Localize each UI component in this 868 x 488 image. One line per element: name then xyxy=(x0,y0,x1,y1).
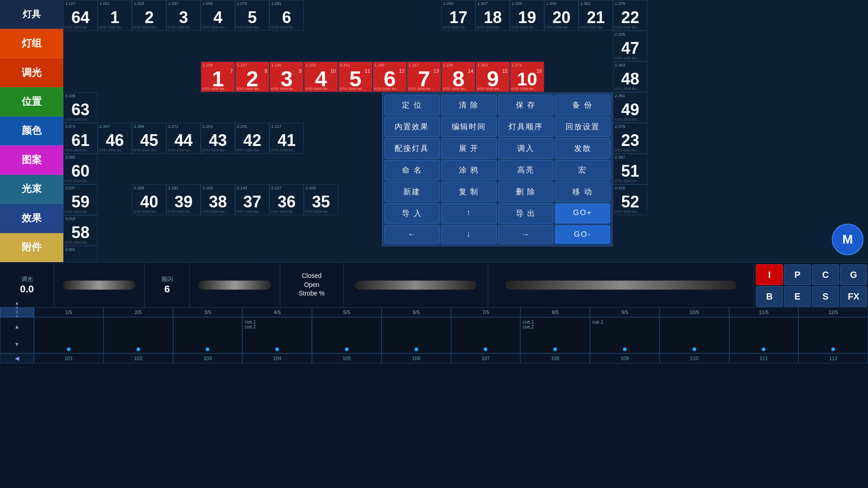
ctx-btn-macro[interactable]: 宏 xyxy=(555,160,610,180)
ctx-btn-rename[interactable]: 命 名 xyxy=(384,160,440,180)
sidebar-item-lights[interactable]: 灯具 xyxy=(0,0,63,29)
bn-cell-105[interactable]: 105 xyxy=(312,353,382,363)
fixture-cell-48[interactable]: 2.343 48 GTD-330II Be... xyxy=(613,61,647,92)
sidebar-item-position[interactable]: 位置 xyxy=(0,87,63,116)
ctx-btn-clear[interactable]: 清 除 xyxy=(441,95,497,115)
fixture-cell-r6[interactable]: 1.199 12 6 GTD-330II Be... xyxy=(373,61,407,92)
pb-btn-FX[interactable]: FX xyxy=(840,286,867,307)
fixture-cell-37[interactable]: 2.145 37 GTD-330II Be... xyxy=(235,184,269,215)
pb-btn-P[interactable]: P xyxy=(784,264,811,285)
dimmer-slider[interactable] xyxy=(54,263,145,307)
cue-cell-112[interactable] xyxy=(798,317,868,353)
fixture-cell-64[interactable]: 3.127 64 GTD-330II Be... xyxy=(63,0,98,31)
ctx-btn-move[interactable]: 移 动 xyxy=(555,182,610,202)
cue-nav-left[interactable]: ▲ ▼ xyxy=(0,317,34,353)
fixture-cell-44[interactable]: 2.271 44 GTD-330II Be... xyxy=(166,123,201,154)
pb-btn-S[interactable]: S xyxy=(812,286,839,307)
bn-cell-104[interactable]: 104 xyxy=(242,353,312,363)
page-5-5[interactable]: 5/5 xyxy=(312,307,382,317)
fixture-cell-21[interactable]: 1.361 21 GTD-330II Be... xyxy=(579,0,613,31)
ctx-btn-draw[interactable]: 涂 鸦 xyxy=(441,160,497,180)
fixture-cell-38[interactable]: 2.163 38 GTD-330II Be... xyxy=(201,184,235,215)
fixture-cell-17[interactable]: 1.289 17 GTD-330II Be... xyxy=(441,0,476,31)
extra-slider[interactable] xyxy=(488,263,754,307)
ctx-btn-right[interactable]: → xyxy=(498,225,554,244)
bn-cell-112[interactable]: 112 xyxy=(798,353,868,363)
fixture-cell-18[interactable]: 1.307 18 GTD-330II Be... xyxy=(476,0,510,31)
fixture-cell-20[interactable]: 1.343 20 GTD-330II Be... xyxy=(544,0,579,31)
cue-cell-107[interactable] xyxy=(451,317,521,353)
fixture-cell-r5[interactable]: 1.181 11 5 GTD-330II Be... xyxy=(338,61,373,92)
sidebar-item-accessory[interactable]: 附件 xyxy=(0,233,63,262)
m-button[interactable]: M xyxy=(832,224,863,255)
ctx-btn-go-plus[interactable]: GO+ xyxy=(555,203,610,224)
bn-cell-108[interactable]: 108 xyxy=(520,353,590,363)
fixture-cell-36[interactable]: 2.127 36 GTD-330II Be... xyxy=(269,184,304,215)
ctx-btn-highlight[interactable]: 高亮 xyxy=(498,160,554,180)
ctx-btn-position[interactable]: 定 位 xyxy=(384,95,440,115)
pb-btn-I[interactable]: I xyxy=(756,264,783,285)
ctx-btn-go-minus[interactable]: GO- xyxy=(555,225,610,244)
ctx-btn-copy[interactable]: 复 制 xyxy=(441,182,497,202)
fixture-cell-r7[interactable]: 1.217 13 7 GTD-330II Be... xyxy=(407,61,441,92)
page-nav-up[interactable]: ▲ 4 5 6 ▼ xyxy=(0,307,34,317)
fixture-cell-52[interactable]: 2.415 52 GTD-330II Be... xyxy=(613,184,647,215)
fixture-cell-23[interactable]: 2.379 23 GTD-330II Be... xyxy=(613,123,647,154)
cue-cell-111[interactable] xyxy=(729,317,799,353)
fixture-cell-r3[interactable]: 1.145 9 3 GTD-330II Be... xyxy=(269,61,304,92)
fixture-cell-61[interactable]: 3.073 61 GTD-330II Be... xyxy=(63,123,98,154)
fixture-cell-58[interactable]: 3.019 58 GTD-330II Be... xyxy=(63,215,98,246)
cue-cell-105[interactable] xyxy=(312,317,382,353)
page-1-5[interactable]: 1/5 xyxy=(34,307,104,317)
bn-nav-left[interactable]: ◀ xyxy=(0,353,34,363)
page-2-5[interactable]: 2/5 xyxy=(104,307,173,317)
fixture-cell-22[interactable]: 1.379 22 GTD-330II Be... xyxy=(613,0,647,31)
page-3-5[interactable]: 3/5 xyxy=(173,307,243,317)
ctx-btn-left[interactable]: ← xyxy=(384,225,440,244)
page-4-5[interactable]: 4/5 xyxy=(242,307,312,317)
fixture-cell-4[interactable]: 1.055 4 GTD-330II Be... xyxy=(201,0,235,31)
ctx-btn-playback-settings[interactable]: 回放设置 xyxy=(555,117,610,137)
fixture-cell-43[interactable]: 2.253 43 GTD-330II Be... xyxy=(201,123,235,154)
fixture-cell-46[interactable]: 2.307 46 GTD-330II Be... xyxy=(98,123,132,154)
bn-cell-103[interactable]: 103 xyxy=(173,353,243,363)
cue-cell-110[interactable] xyxy=(660,317,729,353)
page-10-5[interactable]: 10/5 xyxy=(660,307,729,317)
page-6-5[interactable]: 6/5 xyxy=(382,307,451,317)
fixture-cell-19[interactable]: 1.325 19 GTD-330II Be... xyxy=(510,0,544,31)
bn-cell-111[interactable]: 111 xyxy=(729,353,799,363)
page-7-5[interactable]: 7/5 xyxy=(451,307,521,317)
page-12-5[interactable]: 12/5 xyxy=(798,307,868,317)
cue-cell-103[interactable] xyxy=(173,317,243,353)
fixture-cell-1[interactable]: 1.001 1 GTD-330II Be... xyxy=(98,0,132,31)
fixture-cell-6[interactable]: 1.091 6 GTD-330II Be... xyxy=(269,0,304,31)
cue-cell-108[interactable]: cue,1 cue,2 xyxy=(520,317,590,353)
bn-cell-107[interactable]: 107 xyxy=(451,353,521,363)
fixture-cell-addr[interactable]: 3.001 xyxy=(63,246,98,262)
sidebar-item-group[interactable]: 灯组 xyxy=(0,29,63,58)
ctx-btn-recall[interactable]: 调入 xyxy=(498,138,554,159)
page-11-5[interactable]: 11/5 xyxy=(729,307,799,317)
fixture-cell-r8[interactable]: 1.235 14 8 GTD-330II Be... xyxy=(441,61,476,92)
ctx-btn-expand[interactable]: 展 开 xyxy=(441,138,497,159)
ctx-btn-down[interactable]: ↓ xyxy=(441,225,497,244)
fixture-cell-35[interactable]: 2.109 35 GTD-330II Be... xyxy=(304,184,338,215)
sidebar-item-pattern[interactable]: 图案 xyxy=(0,145,63,174)
cue-cell-106[interactable] xyxy=(382,317,451,353)
ctx-btn-fixture-order[interactable]: 灯具顺序 xyxy=(498,117,554,137)
pb-btn-G[interactable]: G xyxy=(840,264,867,285)
fixture-cell-r2[interactable]: 1.127 8 2 GTD-330II Be... xyxy=(235,61,269,92)
bn-cell-106[interactable]: 106 xyxy=(382,353,451,363)
ctx-btn-save[interactable]: 保 存 xyxy=(498,95,554,115)
ctx-btn-backup[interactable]: 备 份 xyxy=(555,95,610,115)
ctx-btn-assign-fixture[interactable]: 配接灯具 xyxy=(384,138,440,159)
ctx-btn-edit-time[interactable]: 编辑时间 xyxy=(441,117,497,137)
cue-cell-109[interactable]: cue,1 xyxy=(590,317,660,353)
sidebar-item-dimmer[interactable]: 调光 xyxy=(0,58,63,87)
cue-cell-101[interactable] xyxy=(34,317,104,353)
mode-slider[interactable] xyxy=(344,263,488,307)
cue-cell-104[interactable]: cue,1 cue,2 xyxy=(242,317,312,353)
page-9-5[interactable]: 9/5 xyxy=(590,307,660,317)
ctx-btn-import[interactable]: 导 入 xyxy=(384,203,440,224)
fixture-cell-51[interactable]: 2.397 51 GTD-330II Be... xyxy=(613,154,647,184)
